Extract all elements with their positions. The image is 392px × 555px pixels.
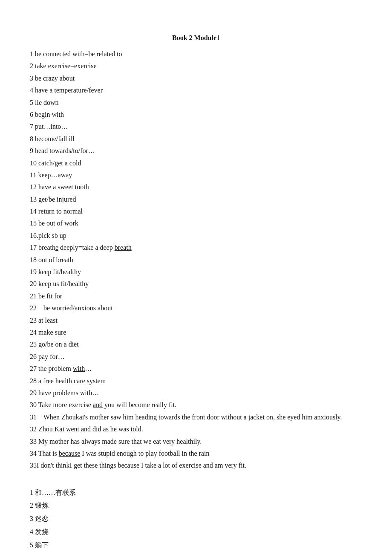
chinese-item: 1 和……有联系 [30,487,362,499]
chinese-list: 1 和……有联系 2 锻炼 3 迷恋 4 发烧 5 躺下 6 以……开始 1 [30,487,362,555]
list-item: 4 have a temperature/fever [30,85,362,96]
list-item: 19 keep fit/healthy [30,266,362,278]
list-item-31: 31 When Zhoukai's mother saw him heading… [30,412,362,423]
list-item: 5 lie down [30,97,362,108]
list-item: 7 put…into… [30,121,362,132]
list-item: 13 get/be injured [30,194,362,205]
list-item-22: 22 be worried/anxious about [30,303,362,314]
list-item: 15 be out of work [30,218,362,229]
chinese-item: 2 锻炼 [30,500,362,512]
list-item-34: 34 That is because I was stupid enough t… [30,448,362,459]
list-item: 23 at least [30,315,362,326]
list-item: 1 be connected with=be related to [30,49,362,60]
list-item-32: 32 Zhou Kai went and did as he was told. [30,424,362,435]
list-item-33: 33 My mother has always made sure that w… [30,436,362,447]
list-item: 2 take exercise=exercise [30,61,362,72]
list-item: 10 catch/get a cold [30,158,362,169]
list-item: 21 be fit for [30,291,362,302]
list-item: 29 have problems with… [30,387,362,399]
list-item: 9 head towards/to/for… [30,145,362,156]
list-item: 16.pick sb up [30,230,362,241]
list-item: 14 return to normal [30,206,362,217]
list-item: 3 be crazy about [30,73,362,84]
list-item-30: 30 Take more exercise and you will becom… [30,399,362,410]
list-item: 11 keep…away [30,170,362,181]
chinese-item: 3 迷恋 [30,513,362,525]
list-item: 28 a free health care system [30,376,362,387]
page-title: Book 2 Module1 [30,34,362,42]
list-item: 8 become/fall ill [30,133,362,145]
english-list: 1 be connected with=be related to 2 take… [30,49,362,471]
chinese-item: 4 发烧 [30,526,362,538]
page-container: Book 2 Module1 1 be connected with=be re… [30,34,362,555]
chinese-item: 5 躺下 [30,539,362,552]
list-item: 12 have a sweet tooth [30,182,362,193]
list-item-27: 27 the problem with… [30,363,362,374]
list-item: 18 out of breath [30,254,362,266]
list-item: 26 pay for… [30,351,362,362]
chinese-item: 6 以……开始 [30,552,362,555]
list-item-35: 35I don't thinkI get these things becaus… [30,460,362,471]
list-item: 20 keep us fit/healthy [30,278,362,289]
list-item: 6 begin with [30,109,362,120]
list-item: 24 make sure [30,327,362,338]
list-item-17: 17 breathe deeply=take a deep breath [30,242,362,253]
list-item: 25 go/be on a diet [30,339,362,350]
